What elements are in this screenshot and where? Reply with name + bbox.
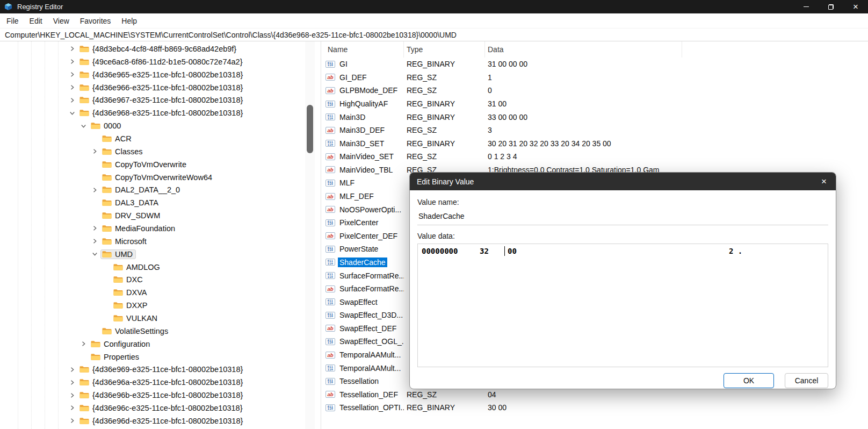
value-name: GI [338, 59, 349, 69]
chevron-right-icon[interactable] [66, 59, 78, 65]
folder-icon [79, 84, 89, 91]
tree-key-dal3-data[interactable]: DAL3_DATA [0, 196, 305, 209]
folder-icon [79, 109, 89, 117]
tree-key-dxc[interactable]: DXC [0, 273, 305, 286]
tree-key-4d36e96a-e325-11ce-bfc1-08002be10318[interactable]: {4d36e96a-e325-11ce-bfc1-08002be10318} [0, 376, 305, 389]
tree-node: {4d36e96a-e325-11ce-bfc1-08002be10318} [78, 377, 246, 387]
value-row-main3d-set[interactable]: 011110Main3D_SETREG_BINARY30 20 31 20 32… [322, 137, 868, 150]
reg-binary-icon: 011110 [326, 404, 335, 411]
column-header-type[interactable]: Type [404, 41, 485, 58]
reg-sz-icon: ab [326, 285, 335, 292]
tree-key-4d36e96b-e325-11ce-bfc1-08002be10318[interactable]: {4d36e96b-e325-11ce-bfc1-08002be10318} [0, 389, 305, 402]
tree-key-48d3ebc4-4cf8-48ff-b869-9c68ad42eb9f[interactable]: {48d3ebc4-4cf8-48ff-b869-9c68ad42eb9f} [0, 42, 305, 55]
folder-icon [79, 96, 89, 104]
tree-key-dxxp[interactable]: DXXP [0, 299, 305, 312]
tree-key-properties[interactable]: Properties [0, 351, 305, 363]
tree-key-4d36e967-e325-11ce-bfc1-08002be10318[interactable]: {4d36e967-e325-11ce-bfc1-08002be10318} [0, 94, 305, 106]
address-bar[interactable]: Computer\HKEY_LOCAL_MACHINE\SYSTEM\Curre… [0, 28, 868, 41]
value-row-mainvideo-set[interactable]: abMainVideo_SETREG_SZ0 1 2 3 4 [322, 150, 868, 163]
close-button[interactable]: × [843, 0, 868, 13]
ok-button[interactable]: OK [724, 373, 774, 388]
tree-key-microsoft[interactable]: Microsoft [0, 235, 305, 248]
chevron-right-icon[interactable] [89, 187, 100, 193]
chevron-right-icon[interactable] [77, 341, 89, 347]
chevron-right-icon[interactable] [89, 148, 100, 154]
tree-key-classes[interactable]: Classes [0, 145, 305, 158]
chevron-right-icon[interactable] [66, 72, 78, 77]
tree-key-label: 0000 [104, 121, 121, 130]
tree-scrollbar-thumb[interactable] [307, 105, 313, 153]
value-row-gi-def[interactable]: abGI_DEFREG_SZ1 [322, 71, 868, 84]
window-controls: × [794, 0, 868, 13]
tree-key-amdlog[interactable]: AMDLOG [0, 261, 305, 274]
value-name: MLF [338, 178, 356, 188]
chevron-right-icon[interactable] [66, 405, 78, 411]
tree-key-umd[interactable]: UMD [0, 248, 305, 261]
chevron-right-icon[interactable] [66, 392, 78, 398]
tree-key-vulkan[interactable]: VULKAN [0, 312, 305, 325]
minimize-button[interactable] [794, 0, 819, 13]
folder-icon [113, 302, 123, 309]
edit-binary-value-dialog: Edit Binary Value × Value name: ShaderCa… [409, 172, 836, 389]
tree-key-mediafoundation[interactable]: MediaFoundation [0, 222, 305, 235]
value-type: REG_BINARY [404, 139, 485, 148]
column-header-data[interactable]: Data [485, 41, 682, 58]
dialog-close-button[interactable]: × [812, 173, 836, 190]
tree-key-4d36e966-e325-11ce-bfc1-08002be10318[interactable]: {4d36e966-e325-11ce-bfc1-08002be10318} [0, 81, 305, 94]
tree-key-label: DXXP [126, 301, 148, 310]
tree-key-4d36e968-e325-11ce-bfc1-08002be10318[interactable]: {4d36e968-e325-11ce-bfc1-08002be10318} [0, 106, 305, 119]
tree-key-copytovmoverwritewow64[interactable]: CopyToVmOverwriteWow64 [0, 171, 305, 184]
menu-view[interactable]: View [48, 15, 75, 27]
value-row-main3d[interactable]: 011110Main3DREG_BINARY33 00 00 00 [322, 110, 868, 124]
chevron-right-icon[interactable] [66, 367, 78, 373]
chevron-right-icon[interactable] [66, 84, 78, 90]
menu-edit[interactable]: Edit [24, 15, 48, 27]
value-row-tessellation-opti[interactable]: 011110Tessellation_OPTI...REG_BINARY30 0… [322, 401, 868, 414]
hex-editor[interactable]: 00000000 32 00 2 . [417, 244, 828, 367]
tree-key-4d36e969-e325-11ce-bfc1-08002be10318[interactable]: {4d36e969-e325-11ce-bfc1-08002be10318} [0, 363, 305, 376]
tree-key-copytovmoverwrite[interactable]: CopyToVmOverwrite [0, 158, 305, 171]
chevron-right-icon[interactable] [89, 238, 100, 244]
tree-key-0000[interactable]: 0000 [0, 119, 305, 132]
value-row-main3d-def[interactable]: abMain3D_DEFREG_SZ3 [322, 124, 868, 137]
value-row-tessellation-def[interactable]: abTessellation_DEFREG_SZ04 [322, 388, 868, 401]
tree-key-4d36e96c-e325-11ce-bfc1-08002be10318[interactable]: {4d36e96c-e325-11ce-bfc1-08002be10318} [0, 402, 305, 414]
tree-key-configuration[interactable]: Configuration [0, 338, 305, 351]
tree-key-4d36e965-e325-11ce-bfc1-08002be10318[interactable]: {4d36e965-e325-11ce-bfc1-08002be10318} [0, 68, 305, 81]
chevron-down-icon[interactable] [77, 123, 89, 129]
value-type: REG_SZ [404, 86, 485, 95]
chevron-right-icon[interactable] [66, 46, 78, 52]
menu-file[interactable]: File [1, 15, 24, 27]
chevron-right-icon[interactable] [66, 97, 78, 103]
column-header-name[interactable]: Name [322, 41, 404, 58]
menu-help[interactable]: Help [116, 15, 142, 27]
tree-scrollbar[interactable] [305, 41, 315, 429]
value-name: SurfaceFormatRe... [338, 284, 404, 294]
tree-key-4d36e96d-e325-11ce-bfc1-08002be10318[interactable]: {4d36e96d-e325-11ce-bfc1-08002be10318} [0, 414, 305, 427]
menu-favorites[interactable]: Favorites [75, 15, 117, 27]
tree-key-volatilesettings[interactable]: VolatileSettings [0, 325, 305, 338]
restore-button[interactable] [819, 0, 843, 13]
tree-key-dxva[interactable]: DXVA [0, 286, 305, 299]
value-row-highqualityaf[interactable]: 011110HighQualityAFREG_BINARY31 00 [322, 97, 868, 111]
chevron-down-icon[interactable] [66, 110, 78, 116]
value-row-gi[interactable]: 011110GIREG_BINARY31 00 00 00 [322, 58, 868, 71]
chevron-right-icon[interactable] [66, 418, 78, 424]
value-type: REG_SZ [404, 73, 485, 82]
tree-node: CopyToVmOverwriteWow64 [100, 173, 215, 182]
chevron-down-icon[interactable] [89, 251, 100, 257]
value-name-field[interactable]: ShaderCache [417, 212, 828, 225]
value-type: REG_SZ [404, 126, 485, 134]
value-row-glpbmode-def[interactable]: abGLPBMode_DEFREG_SZ0 [322, 84, 868, 97]
folder-icon [102, 186, 112, 194]
chevron-right-icon[interactable] [66, 380, 78, 385]
tree-key-label: DRV_SDWM [115, 211, 160, 220]
reg-binary-icon: 011110 [326, 246, 335, 253]
tree-key-dal2-data-2-0[interactable]: DAL2_DATA__2_0 [0, 183, 305, 196]
tree-key-49ce6ac8-6f86-11d2-b1e5-0080c72e74a2[interactable]: {49ce6ac8-6f86-11d2-b1e5-0080c72e74a2} [0, 55, 305, 68]
chevron-right-icon[interactable] [89, 225, 100, 231]
tree-key-label: MediaFoundation [115, 224, 175, 233]
tree-key-drv-sdwm[interactable]: DRV_SDWM [0, 209, 305, 222]
cancel-button[interactable]: Cancel [785, 373, 828, 388]
tree-key-acr[interactable]: ACR [0, 132, 305, 145]
